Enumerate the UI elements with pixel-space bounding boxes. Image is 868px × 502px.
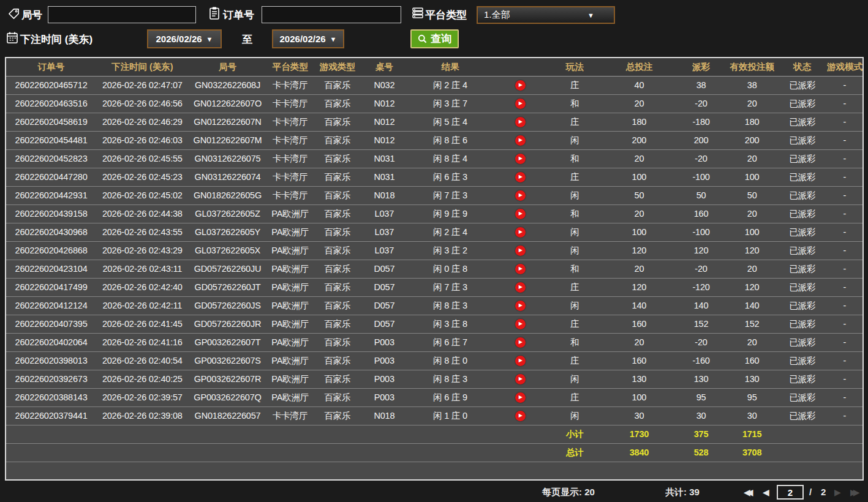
cell-payout: -180 (676, 113, 726, 131)
cell-order-no: 260226020465712 (6, 76, 96, 94)
play-icon[interactable]: ▶ (515, 80, 526, 91)
play-icon[interactable]: ▶ (515, 154, 526, 164)
cell-game-mode: - (827, 186, 863, 204)
cell-game-mode: - (827, 113, 863, 131)
play-icon[interactable]: ▶ (515, 135, 526, 146)
table-header-row: 订单号 下注时间 (美东) 局号 平台类型 游戏类型 桌号 结果 玩法 总投注 … (6, 58, 863, 76)
cell-replay: ▶ (493, 131, 547, 149)
prev-page-icon[interactable]: ◀ (763, 487, 769, 497)
play-icon[interactable]: ▶ (515, 301, 526, 311)
cell-bet-time: 2026-02-26 02:42:11 (96, 296, 188, 315)
col-header-bet-time: 下注时间 (美东) (96, 58, 188, 76)
cell-table-no: N012 (361, 94, 407, 113)
play-icon[interactable]: ▶ (515, 264, 526, 274)
cell-status: 已派彩 (778, 149, 827, 168)
cell-game-type: 百家乐 (314, 94, 361, 113)
cell-game-no: GP0032622607R (188, 370, 266, 388)
cell-bet-time: 2026-02-26 02:45:55 (96, 149, 188, 168)
cell-platform: PA欧洲厅 (267, 204, 314, 223)
game-no-input[interactable] (48, 6, 196, 23)
cell-valid-bet: 20 (726, 333, 778, 351)
play-icon[interactable]: ▶ (515, 117, 526, 127)
cell-result: 闲 6 庄 7 (407, 333, 493, 351)
cell-status: 已派彩 (778, 223, 827, 241)
cell-game-no: GD057262260JS (188, 296, 266, 315)
search-icon (418, 34, 428, 44)
cell-table-no: P003 (361, 351, 407, 370)
cell-bet-time: 2026-02-26 02:42:40 (96, 278, 188, 296)
play-icon[interactable]: ▶ (515, 227, 526, 238)
cell-game-no: GN0122622607O (188, 94, 266, 113)
cell-valid-bet: 120 (726, 278, 778, 296)
play-icon[interactable]: ▶ (515, 245, 526, 256)
subtotal-payout: 375 (676, 425, 726, 443)
cell-bet-time: 2026-02-26 02:44:38 (96, 204, 188, 223)
cell-game-type: 百家乐 (314, 278, 361, 296)
play-icon[interactable]: ▶ (515, 99, 526, 109)
order-no-input[interactable] (262, 6, 401, 23)
first-page-icon[interactable]: ◀◀ (744, 487, 753, 497)
cell-platform: 卡卡湾厅 (267, 149, 314, 168)
page-input[interactable] (777, 485, 804, 500)
cell-replay: ▶ (493, 315, 547, 333)
cell-order-no: 260226020447280 (6, 168, 96, 186)
cell-payout: 50 (676, 186, 726, 204)
cell-status: 已派彩 (778, 168, 827, 186)
play-icon[interactable]: ▶ (515, 190, 526, 201)
cell-order-no: 260226020463516 (6, 94, 96, 113)
cell-game-type: 百家乐 (314, 76, 361, 94)
play-icon[interactable]: ▶ (515, 392, 526, 403)
cell-replay: ▶ (493, 241, 547, 260)
cell-game-type: 百家乐 (314, 315, 361, 333)
play-icon[interactable]: ▶ (515, 319, 526, 329)
date-to-picker[interactable]: 2026/02/26 ▼ (272, 29, 344, 48)
date-from-value: 2026/02/26 (156, 34, 202, 44)
cell-result: 闲 8 庄 6 (407, 131, 493, 149)
play-icon[interactable]: ▶ (515, 282, 526, 293)
grand-total-row: 总计 3840 528 3708 (6, 443, 863, 462)
cell-bet-time: 2026-02-26 02:41:16 (96, 333, 188, 351)
play-icon[interactable]: ▶ (515, 337, 526, 348)
cell-table-no: D057 (361, 278, 407, 296)
play-icon[interactable]: ▶ (515, 172, 526, 182)
date-from-picker[interactable]: 2026/02/26 ▼ (147, 29, 222, 48)
play-icon[interactable]: ▶ (515, 209, 526, 219)
cell-game-type: 百家乐 (314, 260, 361, 278)
cell-result: 闲 7 庄 3 (407, 278, 493, 296)
per-page-label: 每页显示: 20 (542, 487, 595, 498)
cell-total-bet: 120 (602, 278, 676, 296)
cell-replay: ▶ (493, 113, 547, 131)
search-button[interactable]: 查询 (410, 29, 459, 48)
table-row: 260226020454481 2026-02-26 02:46:03 GN01… (6, 131, 863, 149)
cell-play-type: 闲 (547, 296, 602, 315)
cell-total-bet: 20 (602, 260, 676, 278)
cell-bet-time: 2026-02-26 02:39:57 (96, 388, 188, 406)
cell-valid-bet: 200 (726, 131, 778, 149)
table-row: 260226020392673 2026-02-26 02:40:25 GP00… (6, 370, 863, 388)
chevron-down-icon: ▼ (587, 12, 608, 19)
col-header-total-bet: 总投注 (602, 58, 676, 76)
cell-replay: ▶ (493, 351, 547, 370)
cell-valid-bet: 100 (726, 223, 778, 241)
cell-order-no: 260226020452823 (6, 149, 96, 168)
cell-bet-time: 2026-02-26 02:46:56 (96, 94, 188, 113)
cell-total-bet: 50 (602, 186, 676, 204)
cell-game-no: GN03126226074 (188, 168, 266, 186)
empty-filler-row (6, 462, 863, 480)
total-pages: 2 (821, 487, 826, 497)
col-header-play-type: 玩法 (547, 58, 602, 76)
cell-valid-bet: 30 (726, 406, 778, 425)
cell-platform: 卡卡湾厅 (267, 168, 314, 186)
cell-game-mode: - (827, 333, 863, 351)
next-page-icon[interactable]: ▶ (834, 487, 841, 497)
cell-game-type: 百家乐 (314, 388, 361, 406)
last-page-icon[interactable]: ▶▶ (850, 487, 860, 497)
cell-status: 已派彩 (778, 241, 827, 260)
play-icon[interactable]: ▶ (515, 356, 526, 366)
order-no-label: 订单号 (223, 8, 254, 22)
cell-play-type: 庄 (547, 351, 602, 370)
cell-game-mode: - (827, 94, 863, 113)
play-icon[interactable]: ▶ (515, 411, 526, 421)
platform-select[interactable]: 1.全部 ▼ (477, 6, 615, 24)
play-icon[interactable]: ▶ (515, 374, 526, 384)
